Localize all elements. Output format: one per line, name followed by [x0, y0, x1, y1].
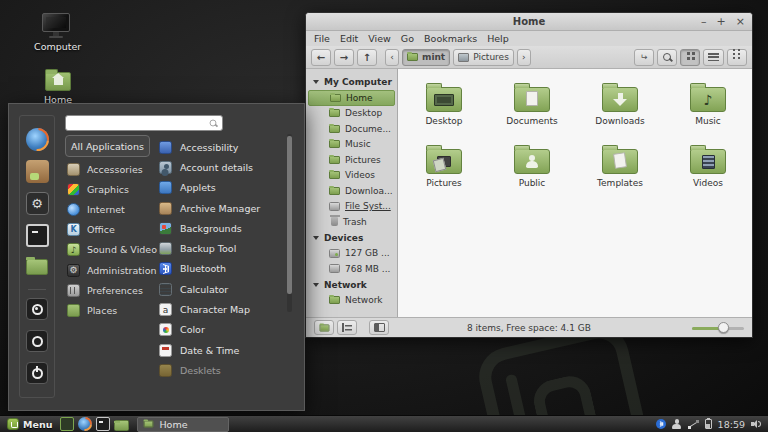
sidebar-item-trash[interactable]: Trash — [308, 214, 395, 230]
file-templates[interactable]: Templates — [576, 139, 664, 201]
path-scroll-right-button[interactable]: › — [517, 49, 531, 66]
location-entry-button[interactable]: ↵ — [634, 49, 654, 66]
file-documents[interactable]: Documents — [488, 77, 576, 139]
sidebar-item-home[interactable]: Home — [308, 90, 395, 106]
window-titlebar[interactable]: Home – + × — [306, 13, 752, 31]
files-launcher[interactable] — [26, 259, 48, 275]
clock[interactable]: 18:59 — [718, 419, 745, 430]
app-calculator[interactable]: Calculator — [159, 279, 289, 299]
volume-tray-icon[interactable] — [751, 420, 761, 428]
terminal-launcher[interactable] — [26, 224, 49, 247]
sidebar-section-devices[interactable]: Devices — [306, 230, 397, 246]
desktop-icon-home[interactable]: Home — [36, 72, 80, 105]
menu-go[interactable]: Go — [401, 33, 414, 44]
icon-view-button[interactable] — [680, 49, 700, 66]
desktop-icon-computer[interactable]: Computer — [34, 13, 78, 52]
sidebar-item-downloads[interactable]: Downloa... — [308, 183, 395, 199]
user-applet-icon[interactable] — [672, 419, 682, 429]
files-taskbar-launcher[interactable] — [114, 420, 129, 431]
breadcrumb-pictures[interactable]: Pictures — [453, 49, 514, 66]
software-manager-launcher[interactable] — [26, 160, 49, 183]
menu-search-box[interactable] — [65, 115, 223, 131]
places-sidebar: My Computer Home Desktop Docume... Music — [306, 69, 398, 317]
menu-scrollbar[interactable] — [287, 134, 292, 312]
category-list: Accessories Graphics Internet K Office ♪… — [67, 159, 159, 321]
category-sound-video[interactable]: ♪ Sound & Video — [67, 240, 159, 260]
sidebar-item-768mb-volume[interactable]: 768 MB ... — [308, 261, 395, 277]
file-music[interactable]: ♪ Music — [664, 77, 752, 139]
menu-help[interactable]: Help — [487, 33, 509, 44]
file-public[interactable]: Public — [488, 139, 576, 201]
app-account-details[interactable]: Account details — [159, 157, 289, 177]
window-list-home[interactable]: Home — [137, 417, 229, 432]
menu-bookmarks[interactable]: Bookmarks — [424, 33, 477, 44]
file-videos[interactable]: Videos — [664, 139, 752, 201]
backup-tool-icon — [159, 242, 172, 255]
app-bluetooth[interactable]: Bluetooth — [159, 259, 289, 279]
file-downloads[interactable]: Downloads — [576, 77, 664, 139]
category-all-applications[interactable]: All Applications — [65, 135, 150, 157]
compact-view-button[interactable] — [727, 49, 747, 66]
category-internet[interactable]: Internet — [67, 199, 159, 219]
app-archive-manager[interactable]: Archive Manager — [159, 198, 289, 218]
category-places[interactable]: Places — [67, 300, 159, 320]
category-accessories[interactable]: Accessories — [67, 159, 159, 179]
shutdown-button[interactable] — [26, 362, 48, 384]
app-accessibility[interactable]: Accessibility — [159, 137, 289, 157]
scrollbar-thumb[interactable] — [287, 136, 292, 294]
lock-screen-button[interactable] — [26, 298, 48, 320]
sidebar-item-file-system[interactable]: File Syst... — [308, 199, 395, 215]
logout-button[interactable] — [26, 330, 48, 352]
category-administration[interactable]: ⚙ Administration — [67, 260, 159, 280]
menu-button[interactable]: Menu — [3, 417, 56, 432]
menu-view[interactable]: View — [368, 33, 391, 44]
firefox-launcher[interactable] — [26, 128, 49, 151]
app-applets[interactable]: Applets — [159, 178, 289, 198]
file-pictures[interactable]: Pictures — [400, 139, 488, 201]
app-backgrounds[interactable]: Backgrounds — [159, 218, 289, 238]
list-view-button[interactable] — [703, 49, 724, 66]
terminal-taskbar-launcher[interactable] — [96, 417, 110, 431]
app-desklets[interactable]: Desklets — [159, 360, 289, 380]
app-date-time[interactable]: Date & Time — [159, 340, 289, 360]
enter-location-icon: ↵ — [640, 52, 648, 62]
sidebar-item-videos[interactable]: Videos — [308, 168, 395, 184]
app-character-map[interactable]: a Character Map — [159, 299, 289, 319]
sidebar-section-my-computer[interactable]: My Computer — [306, 74, 397, 90]
breadcrumb-mint[interactable]: mint — [402, 49, 450, 66]
bluetooth-tray-icon[interactable] — [656, 419, 666, 429]
category-preferences[interactable]: Preferences — [67, 280, 159, 300]
app-color[interactable]: Color — [159, 320, 289, 340]
back-button[interactable]: ← — [311, 49, 331, 66]
system-settings-launcher[interactable]: ⚙ — [26, 192, 49, 215]
path-scroll-left-button[interactable]: ‹ — [385, 49, 399, 66]
close-button[interactable]: × — [736, 16, 745, 27]
forward-button[interactable]: → — [334, 49, 354, 66]
minimize-button[interactable]: – — [701, 16, 707, 27]
zoom-slider-handle[interactable] — [718, 322, 729, 333]
menu-edit[interactable]: Edit — [340, 33, 358, 44]
sidebar-section-network[interactable]: Network — [306, 277, 397, 293]
sidebar-item-127gb-volume[interactable]: 127 GB ... — [308, 246, 395, 262]
power-icon — [32, 368, 43, 379]
maximize-button[interactable]: + — [717, 16, 726, 27]
menu-search-input[interactable] — [66, 118, 209, 128]
network-tray-icon[interactable] — [688, 420, 699, 429]
up-button[interactable]: ↑ — [357, 49, 377, 66]
file-desktop[interactable]: Desktop — [400, 77, 488, 139]
battery-tray-icon[interactable] — [705, 419, 712, 429]
sidebar-item-documents[interactable]: Docume... — [308, 121, 395, 137]
sidebar-item-desktop[interactable]: Desktop — [308, 106, 395, 122]
firefox-taskbar-launcher[interactable] — [78, 417, 92, 431]
zoom-slider[interactable] — [692, 322, 744, 334]
sidebar-item-music[interactable]: Music — [308, 137, 395, 153]
sidebar-item-pictures[interactable]: Pictures — [308, 152, 395, 168]
videos-folder-icon — [690, 149, 726, 174]
category-graphics[interactable]: Graphics — [67, 179, 159, 199]
menu-file[interactable]: File — [314, 33, 330, 44]
search-button[interactable] — [657, 49, 677, 66]
sidebar-item-network[interactable]: Network — [308, 293, 395, 309]
show-desktop-button[interactable] — [60, 417, 74, 431]
category-office[interactable]: K Office — [67, 220, 159, 240]
app-backup-tool[interactable]: Backup Tool — [159, 238, 289, 258]
